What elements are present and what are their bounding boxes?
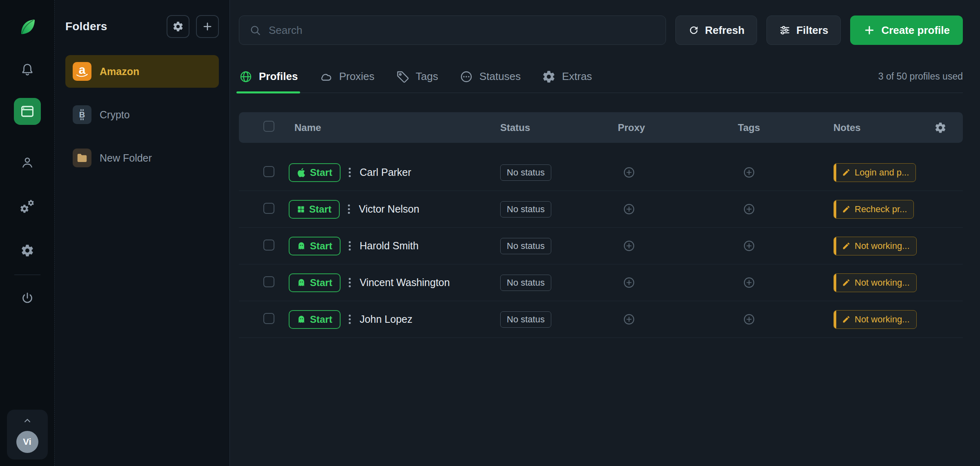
ghost-browser-icon [297, 315, 306, 324]
table-row[interactable]: Start Vincent Washington No status Not w… [239, 264, 963, 301]
search-icon [249, 24, 261, 36]
add-tag-icon[interactable] [743, 240, 755, 252]
tab-tags[interactable]: Tags [396, 60, 438, 93]
apple-icon [297, 168, 306, 177]
note-chip[interactable]: Not working... [833, 237, 917, 255]
column-tags: Tags [738, 122, 833, 133]
user-avatar[interactable]: Vi [16, 431, 38, 453]
table-row[interactable]: Start Harold Smith No status Not working… [239, 228, 963, 264]
row-checkbox[interactable] [263, 240, 274, 251]
pencil-icon [842, 242, 851, 250]
folder-item-crypto[interactable]: B Crypto [65, 98, 219, 131]
row-checkbox[interactable] [263, 166, 274, 177]
profile-name: Carl Parker [360, 166, 411, 178]
search-box [239, 16, 666, 45]
add-proxy-icon[interactable] [623, 313, 635, 326]
note-chip[interactable]: Not working... [833, 273, 917, 292]
filters-icon [779, 24, 791, 36]
status-chip[interactable]: No status [500, 238, 551, 254]
table-row[interactable]: Start Carl Parker No status Login and p.… [239, 154, 963, 191]
amazon-icon: a [73, 62, 91, 81]
tab-extras[interactable]: Extras [542, 60, 592, 93]
add-tag-icon[interactable] [743, 313, 755, 326]
folder-label: New Folder [100, 152, 152, 164]
row-checkbox[interactable] [263, 203, 274, 214]
bell-icon[interactable] [20, 62, 34, 76]
status-chip[interactable]: No status [500, 311, 551, 328]
row-checkbox[interactable] [263, 313, 274, 324]
filters-button[interactable]: Filters [766, 16, 841, 45]
start-profile-button[interactable]: Start [289, 237, 341, 255]
add-proxy-icon[interactable] [623, 166, 635, 179]
row-menu-kebab-icon[interactable] [349, 278, 351, 287]
start-profile-button[interactable]: Start [289, 273, 341, 292]
chevron-up-icon[interactable] [22, 415, 33, 426]
start-profile-button[interactable]: Start [289, 163, 341, 182]
pencil-icon [842, 205, 851, 213]
start-profile-button[interactable]: Start [289, 310, 341, 329]
table-header: Name Status Proxy Tags Notes [239, 112, 963, 143]
tag-icon [396, 70, 410, 84]
cloud-icon [319, 70, 333, 84]
start-profile-button[interactable]: Start [289, 200, 340, 219]
rail-bottom-widget: Vi [7, 410, 48, 459]
pencil-icon [842, 315, 851, 324]
add-tag-icon[interactable] [743, 276, 755, 289]
add-tag-icon[interactable] [743, 203, 755, 215]
power-icon[interactable] [20, 291, 34, 305]
folder-item-new-folder[interactable]: New Folder [65, 142, 219, 174]
folder-item-amazon[interactable]: a Amazon [65, 55, 219, 88]
profile-name: Harold Smith [360, 240, 419, 252]
select-all-checkbox[interactable] [263, 121, 274, 132]
status-chip[interactable]: No status [500, 164, 551, 181]
status-chip[interactable]: No status [500, 201, 551, 217]
add-proxy-icon[interactable] [623, 276, 635, 289]
folders-title: Folders [65, 20, 160, 33]
browser-profiles-icon[interactable] [14, 98, 41, 125]
status-dots-icon [459, 70, 473, 84]
tab-profiles[interactable]: Profiles [239, 60, 298, 93]
add-proxy-icon[interactable] [623, 240, 635, 252]
tab-statuses[interactable]: Statuses [459, 60, 521, 93]
table-row[interactable]: Start John Lopez No status Not working..… [239, 301, 963, 338]
row-menu-kebab-icon[interactable] [349, 168, 351, 177]
main-content: Refresh Filters Create profile Profiles … [230, 0, 980, 466]
row-menu-kebab-icon[interactable] [349, 241, 351, 251]
gear-icon [542, 70, 556, 84]
bitcoin-icon: B [73, 105, 91, 124]
table-row[interactable]: Start Victor Nelson No status Recheck pr… [239, 191, 963, 228]
svg-text:B: B [79, 110, 85, 119]
row-menu-kebab-icon[interactable] [349, 315, 351, 324]
add-proxy-icon[interactable] [623, 203, 635, 215]
column-name: Name [289, 122, 500, 133]
ghost-browser-icon [297, 278, 306, 287]
windows-icon [297, 205, 305, 213]
create-profile-button[interactable]: Create profile [850, 16, 963, 45]
note-chip[interactable]: Recheck pr... [833, 200, 914, 219]
add-tag-icon[interactable] [743, 166, 755, 179]
plus-icon [863, 24, 875, 36]
add-folder-button[interactable] [196, 15, 219, 38]
rail-divider [14, 275, 40, 275]
globe-icon [239, 70, 253, 84]
tab-proxies[interactable]: Proxies [319, 60, 374, 93]
user-icon[interactable] [20, 155, 34, 169]
pencil-icon [842, 168, 851, 177]
column-status: Status [500, 122, 618, 133]
refresh-icon [688, 24, 699, 36]
note-chip[interactable]: Not working... [833, 310, 917, 329]
folder-icon [73, 149, 91, 167]
row-menu-kebab-icon[interactable] [348, 204, 350, 214]
profiles-table-body: Start Carl Parker No status Login and p.… [239, 154, 963, 338]
search-input[interactable] [269, 24, 656, 37]
folder-settings-button[interactable] [167, 15, 189, 38]
folder-label: Crypto [100, 109, 130, 121]
row-checkbox[interactable] [263, 276, 274, 287]
status-chip[interactable]: No status [500, 275, 551, 291]
note-chip[interactable]: Login and p... [833, 163, 916, 182]
settings-gear-icon[interactable] [20, 244, 34, 257]
refresh-button[interactable]: Refresh [675, 16, 757, 45]
ghost-browser-icon [297, 242, 306, 251]
table-settings-icon[interactable] [934, 122, 947, 134]
automation-gears-icon[interactable] [20, 199, 35, 214]
